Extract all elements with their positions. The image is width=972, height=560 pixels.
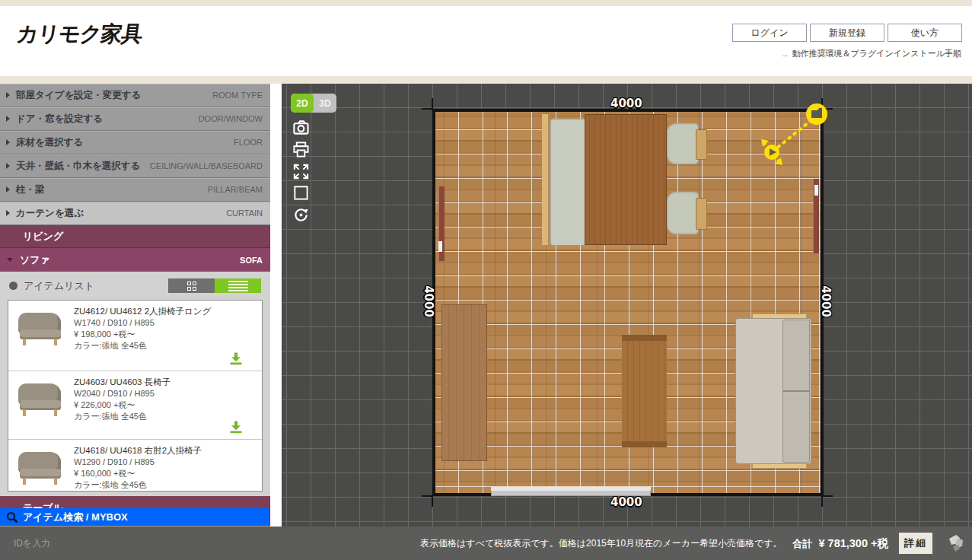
window-bottom-wall[interactable] (491, 487, 651, 496)
menu-label: 部屋タイプを設定・変更する (16, 89, 141, 102)
3d-view-button[interactable]: 3D (314, 94, 336, 113)
item-row-zu4618[interactable]: ZU4618/ UU4618 右肘2人掛椅子 W1290 / D910 / H8… (8, 439, 262, 492)
howto-button[interactable]: 使い方 (888, 24, 962, 42)
tv-board[interactable] (441, 304, 487, 461)
menu-label: 柱・梁 (16, 183, 45, 196)
arrow-se-icon (775, 158, 782, 165)
subcategory-sofa[interactable]: ソファ SOFA (0, 248, 270, 272)
coffee-table[interactable] (622, 335, 667, 447)
dim-tick (432, 98, 433, 109)
sidebar-item-door-window[interactable]: ドア・窓を設定する DOOR/WINDOW (0, 107, 270, 131)
dim-tick (422, 108, 432, 110)
dim-tick (822, 495, 833, 497)
detail-button[interactable]: 詳細 (899, 533, 932, 554)
plugin-install-link[interactable]: → 動作推奨環境＆プラグインインストール手順 (780, 48, 961, 59)
dimension-label-right: 4000 (819, 285, 833, 317)
dining-bench-rail[interactable] (542, 114, 550, 245)
header: カリモク家具 ログイン 新規登録 使い方 → 動作推奨環境＆プラグインインストー… (0, 6, 972, 76)
chevron-down-icon (7, 258, 13, 262)
category-label: リビング (23, 230, 63, 243)
item-list-header: アイテムリスト (0, 272, 270, 300)
header-buttons: ログイン 新規登録 使い方 (732, 24, 962, 42)
camera-view-marker[interactable] (731, 95, 830, 179)
item-info: ZU4618/ UU4618 右肘2人掛椅子 W1290 / D910 / H8… (74, 445, 256, 491)
floorplan-canvas: 4000 4000 4000 4000 2D 3D (282, 84, 972, 527)
price-notice: 表示価格はすべて税抜表示です。価格は2015年10月現在のメーカー希望小売価格で… (420, 537, 782, 550)
download-icon[interactable] (228, 351, 244, 366)
sidebar-item-floor[interactable]: 床材を選択する FLOOR (0, 131, 270, 154)
menu-label: ドア・窓を設定する (16, 113, 103, 126)
dim-tick (422, 495, 432, 497)
item-name: ZU4603/ UU4603 長椅子 (74, 377, 256, 388)
download-icon[interactable] (228, 419, 244, 434)
menu-label: カーテンを選ぶ (16, 207, 84, 220)
grid-view-button[interactable] (168, 278, 215, 293)
item-price: ¥ 160,000 +税〜 (74, 468, 256, 479)
subcategory-label: ソファ (20, 253, 50, 267)
dim-tick (821, 496, 823, 507)
dimension-label-left: 4000 (422, 285, 435, 317)
brand-logo: カリモク家具 (14, 20, 144, 49)
door-left-wall[interactable] (438, 186, 445, 261)
menu-code: CEILING/WALL/BASEBOARD (150, 161, 263, 170)
total-label: 合計 (792, 537, 812, 551)
item-search-mybox-bar[interactable]: アイテム検索 / MYBOX (0, 508, 269, 526)
view-toggles (168, 278, 261, 293)
sidebar-item-curtain[interactable]: カーテンを選ぶ CURTAIN (0, 202, 270, 225)
search-bar-label: アイテム検索 / MYBOX (23, 511, 128, 524)
menu-label: 床材を選択する (16, 136, 83, 149)
sofa[interactable] (735, 318, 811, 464)
dining-chair-back (696, 129, 707, 160)
item-row-zu4612[interactable]: ZU4612/ UU4612 2人掛椅子ロング W1740 / D910 / H… (8, 301, 262, 371)
total-price: 合計 ¥ 781,300 +税 (792, 536, 888, 551)
dining-bench[interactable] (550, 119, 585, 245)
sidebar: 部屋タイプを設定・変更する ROOM TYPE ドア・窓を設定する DOOR/W… (0, 84, 270, 527)
print-icon[interactable] (292, 141, 310, 158)
sofa-thumbnail (16, 308, 65, 348)
signup-button[interactable]: 新規登録 (810, 24, 884, 42)
item-size: W2040 / D910 / H895 (74, 388, 256, 399)
sofa-thumbnail (16, 447, 65, 487)
list-view-button[interactable] (215, 278, 261, 293)
footer-bar: 表示価格はすべて税抜表示です。価格は2015年10月現在のメーカー希望小売価格で… (0, 527, 972, 560)
item-name: ZU4612/ UU4612 2人掛椅子ロング (74, 306, 256, 317)
arrow-nw-icon (761, 139, 769, 147)
item-color: カラー:張地 全45色 (74, 340, 256, 352)
2d-view-button[interactable]: 2D (291, 94, 314, 113)
category-header-living[interactable]: リビング (0, 225, 270, 248)
item-price: ¥ 198,000 +税〜 (74, 329, 256, 340)
dimension-label-top: 4000 (610, 97, 642, 110)
item-panel: アイテムリスト ZU4612/ UU4612 2人掛椅子ロング W1740 / … (0, 272, 270, 496)
rotate-view-icon[interactable] (292, 206, 310, 224)
mid-accent-strip (0, 76, 972, 84)
item-list: ZU4612/ UU4612 2人掛椅子ロング W1740 / D910 / H… (8, 300, 263, 492)
total-value: ¥ 781,300 +税 (818, 536, 888, 551)
item-info: ZU4612/ UU4612 2人掛椅子ロング W1740 / D910 / H… (74, 306, 256, 352)
snapshot-camera-icon[interactable] (292, 119, 310, 136)
sidebar-item-pillar-beam[interactable]: 柱・梁 PILLAR/BEAM (0, 178, 270, 202)
dining-chair[interactable] (667, 192, 699, 234)
top-accent-strip (0, 0, 972, 6)
arrow-right-icon: → (780, 49, 789, 59)
grid-view-icon (187, 282, 196, 291)
sidebar-item-room-type[interactable]: 部屋タイプを設定・変更する ROOM TYPE (0, 84, 270, 107)
sidebar-item-ceiling-wall[interactable]: 天井・壁紙・巾木を選択する CEILING/WALL/BASEBOARD (0, 154, 270, 178)
door-right-wall[interactable] (813, 179, 819, 253)
sofa-backrest (782, 320, 810, 463)
item-size: W1740 / D910 / H895 (74, 317, 256, 329)
dining-table[interactable] (585, 114, 667, 245)
subcategory-code: SOFA (240, 256, 263, 265)
item-row-zu4603[interactable]: ZU4603/ UU4603 長椅子 W2040 / D910 / H895 ¥… (8, 371, 262, 439)
login-button[interactable]: ログイン (732, 24, 807, 42)
fullscreen-icon[interactable] (292, 163, 310, 180)
view-mode-toggle: 2D 3D (291, 94, 336, 113)
dimension-label-bottom: 4000 (610, 495, 642, 509)
id-input[interactable] (14, 536, 151, 551)
item-name: ZU4618/ UU4618 右肘2人掛椅子 (74, 445, 256, 457)
sofa-cushion-seam (782, 390, 810, 392)
menu-code: PILLAR/BEAM (208, 185, 263, 194)
select-area-icon[interactable] (292, 184, 310, 202)
dining-chair[interactable] (667, 123, 699, 164)
item-price: ¥ 226,000 +税〜 (74, 399, 256, 411)
dining-chair-back (696, 198, 707, 230)
